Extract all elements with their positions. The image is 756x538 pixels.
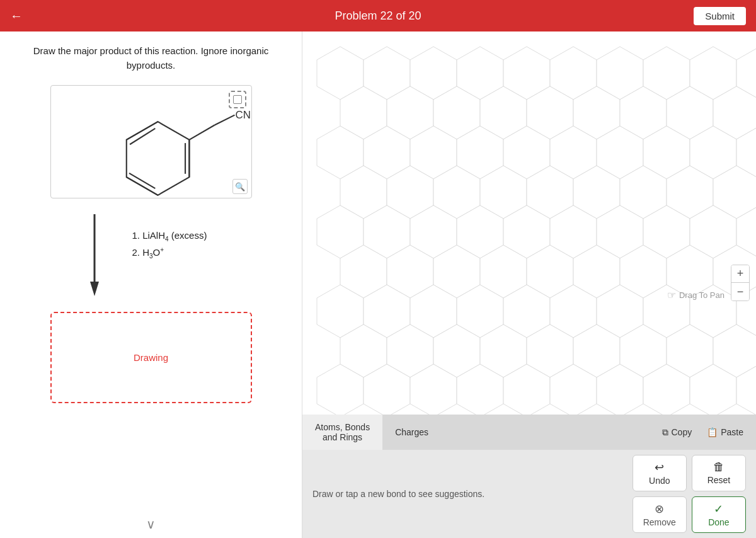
remove-icon: ⊗ (655, 502, 664, 516)
svg-line-3 (126, 177, 158, 195)
reset-icon: 🗑 (713, 461, 724, 474)
selection-icon[interactable] (229, 91, 246, 108)
right-panel: ☞ Drag To Pan + − Atoms, Bondsand Rings … (302, 31, 756, 538)
svg-line-8 (214, 115, 234, 125)
back-button[interactable]: ← (10, 9, 23, 23)
paste-button[interactable]: 📋 Paste (702, 425, 748, 440)
zoom-out-button[interactable]: − (731, 283, 749, 300)
chevron-down[interactable]: ∨ (146, 517, 156, 532)
zoom-icon: 🔍 (235, 182, 245, 192)
copy-label: Copy (672, 427, 692, 437)
hex-grid[interactable]: ☞ Drag To Pan + − (302, 31, 756, 415)
problem-description: Draw the major product of this reaction.… (13, 44, 289, 72)
tabs-right: ⧉ Copy 📋 Paste (650, 415, 757, 450)
tabs-row: Atoms, Bondsand Rings Charges ⧉ Copy 📋 P… (302, 415, 756, 450)
molecule-svg: CN (51, 86, 251, 198)
svg-text:CN: CN (235, 109, 250, 121)
svg-marker-0 (126, 122, 189, 195)
problem-title: Problem 22 of 20 (335, 9, 421, 23)
molecule-box: CN 🔍 (50, 85, 252, 198)
left-panel: Draw the major product of this reaction.… (0, 31, 302, 538)
submit-button[interactable]: Submit (694, 7, 746, 25)
undo-icon: ↩ (655, 461, 664, 474)
tab-atoms-bonds-rings[interactable]: Atoms, Bondsand Rings (302, 415, 382, 450)
toolbar-hint: Draw or tap a new bond to see suggestion… (312, 489, 633, 499)
header: ← Problem 22 of 20 Submit (0, 0, 756, 31)
reagent-1: 1. LiAlH4 (excess) (132, 230, 207, 243)
paste-icon: 📋 (707, 427, 718, 437)
copy-button[interactable]: ⧉ Copy (657, 425, 697, 440)
tabs-left: Atoms, Bondsand Rings Charges (302, 415, 441, 450)
reset-label: Reset (707, 475, 731, 485)
paste-label: Paste (721, 427, 743, 437)
chevron-down-icon: ∨ (146, 517, 156, 531)
svg-marker-11 (90, 282, 99, 296)
bottom-section: Atoms, Bondsand Rings Charges ⧉ Copy 📋 P… (302, 415, 756, 538)
undo-button[interactable]: ↩ Undo (633, 455, 687, 491)
remove-label: Remove (643, 517, 676, 527)
done-label: Done (708, 517, 729, 527)
drag-icon: ☞ (667, 289, 676, 301)
action-buttons: ↩ Undo 🗑 Reset ⊗ Remove ✓ Done (633, 455, 746, 533)
copy-icon: ⧉ (662, 427, 668, 438)
reagent-2: 2. H3O+ (132, 246, 207, 260)
zoom-in-button[interactable]: + (731, 265, 749, 283)
back-icon: ← (10, 9, 23, 23)
molecule-zoom-button[interactable]: 🔍 (232, 179, 248, 194)
hex-grid-svg (302, 31, 756, 415)
tab-charges[interactable]: Charges (382, 415, 441, 450)
main-layout: Draw the major product of this reaction.… (0, 31, 756, 538)
svg-line-7 (189, 125, 214, 140)
reagents: 1. LiAlH4 (excess) 2. H3O+ (132, 211, 207, 263)
drawing-box[interactable]: Drawing (50, 312, 252, 403)
drawing-label: Drawing (134, 352, 168, 363)
zoom-controls: + − (731, 265, 750, 301)
drag-to-pan-text: Drag To Pan (679, 290, 724, 300)
selection-inner (233, 95, 242, 104)
undo-label: Undo (649, 476, 670, 486)
remove-button[interactable]: ⊗ Remove (633, 496, 687, 533)
reset-button[interactable]: 🗑 Reset (692, 455, 746, 491)
done-button[interactable]: ✓ Done (692, 496, 746, 533)
done-icon: ✓ (714, 502, 723, 516)
reaction-arrow (88, 211, 101, 299)
drag-to-pan-label: ☞ Drag To Pan (667, 289, 724, 301)
reaction-section: 1. LiAlH4 (excess) 2. H3O+ (50, 211, 252, 299)
toolbar-content: Draw or tap a new bond to see suggestion… (302, 450, 756, 538)
